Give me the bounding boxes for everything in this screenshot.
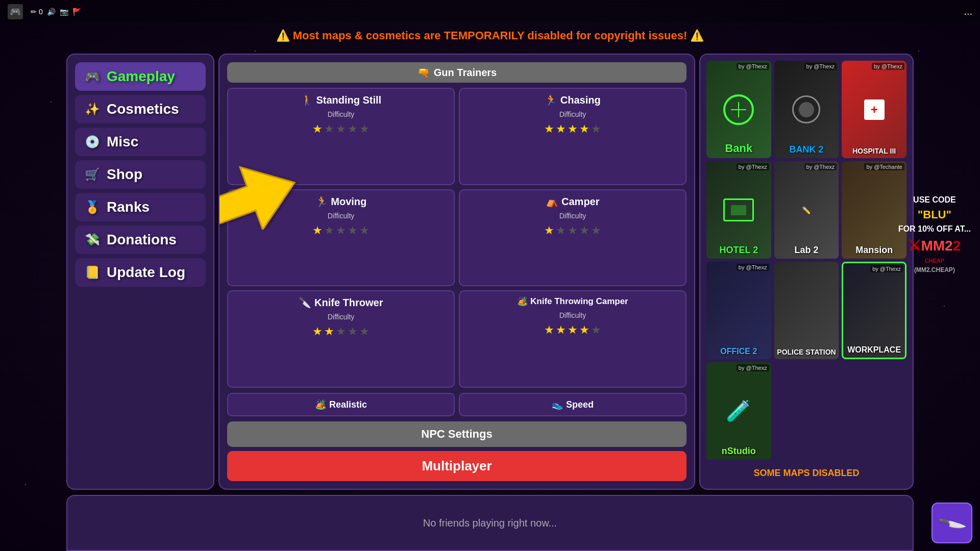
trainer-chasing[interactable]: 🏃 Chasing Difficulty ★ ★ ★ ★ ★ (459, 88, 687, 185)
trainer-standing-still[interactable]: 🚶 Standing Still Difficulty ★ ★ ★ ★ ★ (227, 88, 455, 185)
map-bank[interactable]: by @Thexz Bank (706, 61, 771, 158)
multiplayer-button[interactable]: Multiplayer (227, 451, 687, 481)
trainer-knife-throwing-camper[interactable]: 🏕️ Knife Throwing Camper Difficulty ★ ★ … (459, 290, 687, 388)
bottom-buttons: NPC Settings Multiplayer (227, 421, 687, 481)
speed-icon: 👟 (552, 399, 563, 410)
workplace-label: WORKPLACE (843, 344, 905, 356)
bank2-label: BANK 2 (774, 143, 839, 156)
trainer-moving[interactable]: 🏃 Moving Difficulty ★ ★ ★ ★ ★ (227, 189, 455, 287)
mansion-by: by @Techante (864, 163, 904, 170)
sidebar-item-ranks[interactable]: 🏅 Ranks (75, 193, 206, 221)
right-panel: by @Thexz Bank by @Thexz BANK 2 + (699, 54, 914, 490)
more-options-icon[interactable]: ... (964, 6, 972, 17)
bank-label: Bank (706, 141, 771, 156)
bank-by: by @Thexz (737, 63, 769, 70)
shop-icon: 🛒 (84, 167, 101, 182)
map-office2[interactable]: by @Thexz OFFICE 2 (706, 262, 771, 359)
chasing-star-1: ★ (544, 122, 554, 136)
npc-settings-button[interactable]: NPC Settings (227, 421, 687, 447)
top-bar-tools: ✏ 0 🔊 📷 🚩 (31, 8, 81, 16)
gameplay-icon: 🎮 (84, 69, 101, 84)
sidebar-item-shop[interactable]: 🛒 Shop (75, 160, 206, 189)
maps-grid: by @Thexz Bank by @Thexz BANK 2 + (706, 61, 906, 460)
map-nstudio[interactable]: 🧪 by @Thexz nStudio (706, 362, 771, 460)
standing-still-name: Standing Still (316, 94, 381, 106)
promo-code: "BLU" (898, 206, 971, 223)
chasing-star-2: ★ (556, 122, 566, 136)
camper-icon: ⛺ (546, 196, 558, 207)
warning-banner: ⚠️ Most maps & cosmetics are TEMPORARILY… (0, 23, 980, 48)
trainer-knife-thrower[interactable]: 🔪 Knife Thrower Difficulty ★ ★ ★ ★ ★ (227, 290, 455, 388)
trainer-camper[interactable]: ⛺ Camper Difficulty ★ ★ ★ ★ ★ (459, 189, 687, 287)
misc-icon: 💿 (84, 135, 101, 149)
nstudio-label: nStudio (706, 445, 771, 458)
map-hospital[interactable]: + by @Thexz HOSPITAL III (842, 61, 906, 158)
realistic-icon: 🏕️ (315, 399, 326, 410)
sidebar-item-cosmetics[interactable]: ✨ Cosmetics (75, 95, 206, 123)
ktc-star-2: ★ (556, 323, 566, 337)
ktc-star-5: ★ (591, 323, 601, 337)
pencil-count: 0 (39, 8, 43, 16)
update-log-icon: 📒 (84, 265, 101, 280)
kt-star-2: ★ (324, 325, 334, 338)
roblox-icon[interactable]: 🎮 (8, 4, 23, 19)
realistic-name: Realistic (329, 399, 367, 410)
update-log-label: Update Log (107, 264, 185, 281)
camper-stars: ★ ★ ★ ★ ★ (544, 224, 601, 237)
trainer-realistic[interactable]: 🏕️ Realistic (227, 393, 455, 416)
panel-header: 🔫 Gun Trainers (227, 62, 687, 83)
sidebar-item-donations[interactable]: 💸 Donations (75, 226, 206, 254)
game-icon[interactable]: 🔪 (932, 503, 972, 543)
trainer-speed[interactable]: 👟 Speed (459, 393, 687, 416)
cosmetics-label: Cosmetics (107, 101, 179, 117)
sidebar-item-gameplay[interactable]: 🎮 Gameplay (75, 62, 206, 91)
sound-tool[interactable]: 🔊 (47, 8, 56, 16)
sidebar-item-update-log[interactable]: 📒 Update Log (75, 258, 206, 287)
camper-star-4: ★ (579, 224, 590, 237)
multiplayer-label: Multiplayer (422, 458, 492, 473)
bank-crosshair (723, 94, 754, 125)
pencil-tool[interactable]: ✏ 0 (31, 8, 43, 16)
lab2-by: by @Thexz (804, 163, 837, 170)
star-5: ★ (359, 122, 370, 136)
knife-thrower-stars: ★ ★ ★ ★ ★ (312, 325, 370, 338)
main-container: 🎮 Gameplay ✨ Cosmetics 💿 Misc 🛒 Shop 🏅 R… (66, 54, 914, 490)
promo-cheap: (MM2.CHEAP) (898, 265, 971, 274)
promo-panel: USE CODE "BLU" FOR 10% OFF AT... ⚔MM22 C… (898, 194, 971, 274)
office2-label: OFFICE 2 (706, 346, 771, 357)
map-lab2[interactable]: ✏️ by @Thexz Lab 2 (774, 161, 839, 259)
trainer-grid: 🚶 Standing Still Difficulty ★ ★ ★ ★ ★ 🏃 … (227, 88, 687, 388)
bottom-bar: No friends playing right now... (66, 495, 914, 551)
cosmetics-icon: ✨ (84, 102, 101, 116)
moving-star-2: ★ (324, 224, 334, 237)
bottom-trainer-row: 🏕️ Realistic 👟 Speed (227, 393, 687, 416)
some-maps-disabled: SOME MAPS DISABLED (706, 464, 906, 483)
flag-tool[interactable]: 🚩 (72, 8, 81, 16)
standing-still-icon: 🚶 (301, 94, 313, 106)
chasing-star-3: ★ (568, 122, 578, 136)
kt-star-5: ★ (359, 325, 370, 338)
lab2-label: Lab 2 (774, 244, 839, 257)
camper-star-2: ★ (556, 224, 566, 237)
knife-throwing-camper-difficulty-label: Difficulty (559, 311, 586, 319)
friends-status: No friends playing right now... (423, 517, 557, 529)
screenshot-tool[interactable]: 📷 (60, 8, 68, 16)
map-workplace[interactable]: by @Thexz WORKPLACE (842, 262, 906, 359)
sidebar-item-misc[interactable]: 💿 Misc (75, 128, 206, 156)
knife-thrower-name: Knife Thrower (314, 297, 383, 308)
map-mansion[interactable]: by @Techante Mansion (842, 161, 906, 259)
promo-for-off: FOR 10% OFF AT... (898, 223, 971, 235)
camper-star-1: ★ (544, 224, 554, 237)
star-3: ★ (336, 122, 346, 136)
map-bank2[interactable]: by @Thexz BANK 2 (774, 61, 839, 158)
game-icon-symbol: 🔪 (937, 508, 967, 538)
ktc-star-3: ★ (568, 323, 578, 337)
mansion-label: Mansion (842, 244, 906, 257)
ranks-icon: 🏅 (84, 200, 101, 214)
office2-by: by @Thexz (737, 264, 769, 271)
promo-brand: ⚔MM22 (898, 235, 971, 257)
chasing-star-5: ★ (591, 122, 601, 136)
map-police-station[interactable]: POLICE STATION (774, 262, 839, 359)
moving-name: Moving (331, 196, 366, 207)
map-hotel2[interactable]: by @Thexz HOTEL 2 (706, 161, 771, 259)
